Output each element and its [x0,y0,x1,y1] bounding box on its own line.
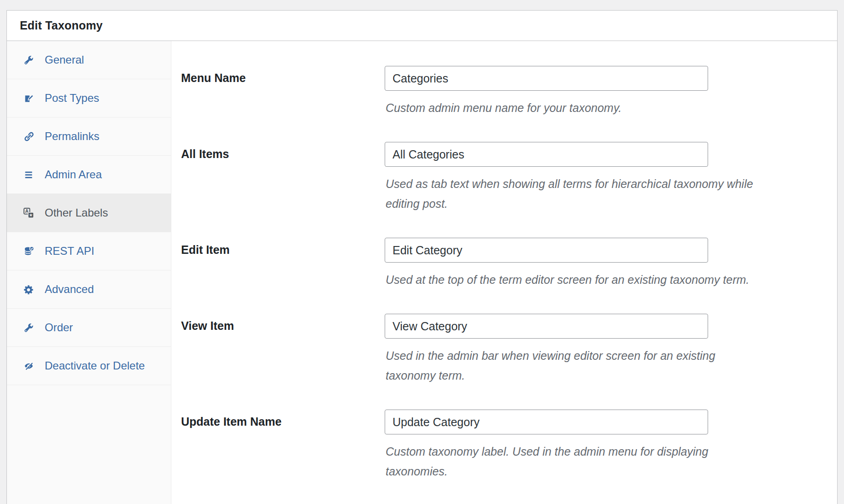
sidebar-item-label: Permalinks [45,130,100,143]
other-labels-form: Menu Name Custom admin menu name for you… [171,41,837,504]
sidebar-item-label: Other Labels [45,206,108,219]
database-check-icon [23,246,34,257]
gear-icon [23,284,34,295]
sidebar-item-advanced[interactable]: Advanced [7,270,171,309]
panel-body: General Post Types Permalinks Admin Area [7,41,837,504]
field-help-text: Used in the admin bar when viewing edito… [386,346,823,386]
field-label: All Items [181,142,385,214]
field-label: Menu Name [181,66,385,118]
wrench-icon [23,322,34,333]
all-items-input[interactable] [385,142,708,167]
field-help-text: Used as tab text when showing all terms … [386,174,823,214]
field-label: Edit Item [181,238,385,290]
field-help-text: Custom admin menu name for your taxonomy… [386,98,823,118]
sidebar-item-order[interactable]: Order [7,309,171,347]
sidebar-item-post-types[interactable]: Post Types [7,79,171,117]
sidebar-item-label: Deactivate or Delete [45,359,145,372]
view-item-input[interactable] [385,314,708,339]
form-row-view-item: View Item Used in the admin bar when vie… [181,314,823,386]
menu-icon [23,170,34,180]
sidebar-item-admin-area[interactable]: Admin Area [7,156,171,194]
field-help-text: Used at the top of the term editor scree… [386,270,823,290]
field-label: View Item [181,314,385,386]
settings-sidebar: General Post Types Permalinks Admin Area [7,41,171,504]
edit-page-icon [23,93,34,104]
menu-name-input[interactable] [385,66,708,91]
svg-text:★: ★ [29,212,33,217]
sidebar-item-deactivate-or-delete[interactable]: Deactivate or Delete [7,347,171,385]
sidebar-item-label: Admin Area [45,168,102,181]
sidebar-item-rest-api[interactable]: REST API [7,232,171,270]
form-row-update-item-name: Update Item Name Custom taxonomy label. … [181,410,823,481]
sidebar-item-label: General [45,53,84,66]
translation-icon: A★ [23,208,34,218]
form-row-edit-item: Edit Item Used at the top of the term ed… [181,238,823,290]
sidebar-item-label: Post Types [45,92,99,105]
link-icon [23,131,34,142]
field-label: Update Item Name [181,410,385,481]
form-row-menu-name: Menu Name Custom admin menu name for you… [181,66,823,118]
wrench-icon [23,55,34,65]
edit-item-input[interactable] [385,238,708,263]
field-help-text: Custom taxonomy label. Used in the admin… [386,442,823,481]
update-item-name-input[interactable] [385,410,708,434]
page-title: Edit Taxonomy [20,19,103,32]
hidden-eye-icon [23,361,34,371]
edit-taxonomy-panel: Edit Taxonomy General Post Types Perma [6,10,838,504]
sidebar-item-permalinks[interactable]: Permalinks [7,117,171,156]
sidebar-item-general[interactable]: General [7,41,171,79]
sidebar-item-label: Order [45,321,73,334]
panel-header: Edit Taxonomy [7,11,837,41]
form-row-all-items: All Items Used as tab text when showing … [181,142,823,214]
sidebar-item-label: Advanced [45,283,94,296]
sidebar-item-label: REST API [45,245,94,258]
sidebar-item-other-labels[interactable]: A★ Other Labels [7,194,171,232]
